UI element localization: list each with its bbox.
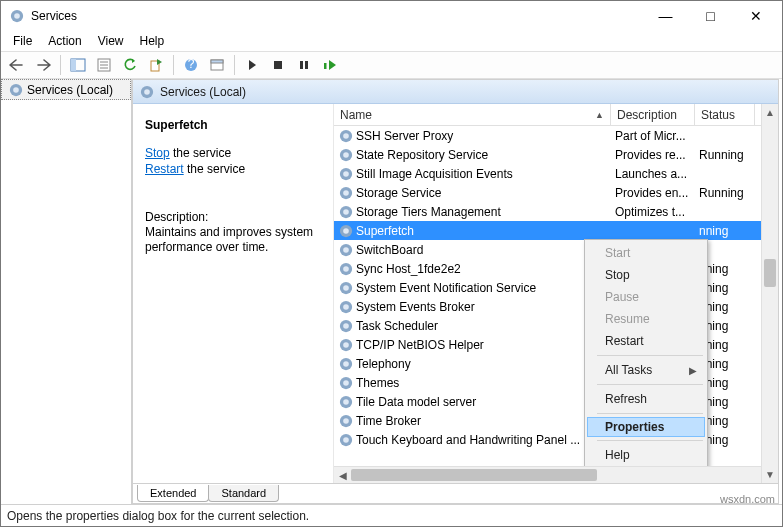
service-name-text: Task Scheduler [356,319,438,333]
forward-button[interactable] [31,54,55,76]
svg-point-46 [343,361,349,367]
ctx-restart[interactable]: Restart [587,330,705,352]
svg-point-52 [343,418,349,424]
cell-name: Time Broker [334,413,611,428]
service-name-text: SwitchBoard [356,243,423,257]
service-name-text: Themes [356,376,399,390]
list-row[interactable]: Superfetchnning [334,221,778,240]
show-hide-tree-button[interactable] [66,54,90,76]
scroll-left-icon[interactable]: ◀ [334,467,351,484]
list-row[interactable]: System Event Notification Servicenning [334,278,778,297]
scroll-up-icon[interactable]: ▲ [762,104,778,121]
service-name-text: Storage Tiers Management [356,205,501,219]
ctx-stop[interactable]: Stop [587,264,705,286]
vertical-scrollbar[interactable]: ▲ ▼ [761,104,778,483]
ctx-start: Start [587,242,705,264]
scroll-down-icon[interactable]: ▼ [762,466,778,483]
list-row[interactable]: Sync Host_1fde2e2nning [334,259,778,278]
cell-name: Telephony [334,356,611,371]
tab-standard[interactable]: Standard [208,485,279,502]
list-row[interactable]: Storage ServiceProvides en...Running [334,183,778,202]
list-row[interactable]: System Events Brokernning [334,297,778,316]
scroll-thumb[interactable] [764,259,776,287]
cell-name: SSH Server Proxy [334,128,611,143]
cell-description: Provides re... [611,148,695,162]
ctx-all-tasks[interactable]: All Tasks▶ [587,359,705,381]
list-row[interactable]: SwitchBoard [334,240,778,259]
ctx-help[interactable]: Help [587,444,705,466]
svg-point-22 [343,133,349,139]
cell-status: nning [695,224,755,238]
close-button[interactable]: ✕ [733,2,778,31]
restart-service-link[interactable]: Restart [145,162,184,176]
refresh-toolbar-button[interactable] [118,54,142,76]
context-menu: Start Stop Pause Resume Restart All Task… [584,239,708,466]
svg-rect-15 [305,61,308,69]
service-name-text: SSH Server Proxy [356,129,453,143]
service-icon [338,299,353,314]
column-header-name[interactable]: Name▲ [334,104,611,125]
list-row[interactable]: Time Brokernning [334,411,778,430]
list-row[interactable]: Task Schedulernning [334,316,778,335]
help-toolbar-button[interactable]: ? [179,54,203,76]
menu-action[interactable]: Action [40,31,89,51]
pause-service-button[interactable] [292,54,316,76]
svg-point-40 [343,304,349,310]
svg-rect-12 [211,60,223,63]
properties-toolbar-button[interactable] [92,54,116,76]
svg-rect-13 [274,61,282,69]
list-row[interactable]: SSH Server ProxyPart of Micr... [334,126,778,145]
list-row[interactable]: Still Image Acquisition EventsLaunches a… [334,164,778,183]
service-icon [338,413,353,428]
svg-point-30 [343,209,349,215]
list-row[interactable]: State Repository ServiceProvides re...Ru… [334,145,778,164]
service-name-text: Still Image Acquisition Events [356,167,513,181]
stop-service-link[interactable]: Stop [145,146,170,160]
horizontal-scrollbar[interactable]: ◀ ▶ [334,466,778,483]
stop-service-button[interactable] [266,54,290,76]
ctx-refresh[interactable]: Refresh [587,388,705,410]
menu-help[interactable]: Help [132,31,173,51]
service-icon [338,223,353,238]
back-button[interactable] [5,54,29,76]
list-row[interactable]: Storage Tiers ManagementOptimizes t... [334,202,778,221]
minimize-button[interactable]: — [643,2,688,31]
list-row[interactable]: TCP/IP NetBIOS Helpernning [334,335,778,354]
column-header-status[interactable]: Status [695,104,755,125]
tree-node-services-local[interactable]: Services (Local) [1,79,131,100]
maximize-button[interactable]: □ [688,2,733,31]
service-name-text: Sync Host_1fde2e2 [356,262,461,276]
cell-description: Launches a... [611,167,695,181]
menu-view[interactable]: View [90,31,132,51]
hscroll-thumb[interactable] [351,469,597,481]
cell-status: Running [695,186,755,200]
svg-point-18 [13,87,19,93]
service-icon [338,337,353,352]
services-icon [8,82,23,97]
list-row[interactable]: Touch Keyboard and Handwriting Panel ...… [334,430,778,449]
list-row[interactable]: Telephonynning [334,354,778,373]
service-icon [338,261,353,276]
ctx-properties[interactable]: Properties [587,417,705,437]
service-icon [338,147,353,162]
svg-point-36 [343,266,349,272]
svg-point-48 [343,380,349,386]
list-body[interactable]: SSH Server ProxyPart of Micr...State Rep… [334,126,778,466]
list-row[interactable]: Tile Data model servernning [334,392,778,411]
menu-file[interactable]: File [5,31,40,51]
action-dialog-button[interactable] [205,54,229,76]
column-header-description[interactable]: Description [611,104,695,125]
export-list-button[interactable] [144,54,168,76]
cell-name: State Repository Service [334,147,611,162]
tab-extended[interactable]: Extended [137,485,209,502]
list-row[interactable]: Themesnning [334,373,778,392]
service-name-text: Touch Keyboard and Handwriting Panel ... [356,433,580,447]
svg-rect-3 [71,59,76,71]
start-service-button[interactable] [240,54,264,76]
cell-description: Provides en... [611,186,695,200]
service-name-text: TCP/IP NetBIOS Helper [356,338,484,352]
cell-name: System Event Notification Service [334,280,611,295]
services-list: Name▲ Description Status SSH Server Prox… [333,104,778,483]
restart-service-button[interactable] [318,54,342,76]
svg-point-32 [343,228,349,234]
